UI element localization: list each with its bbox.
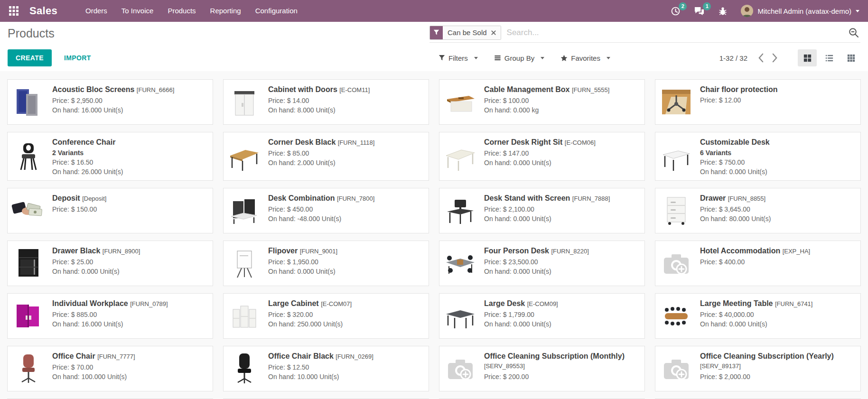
pager-range: 1-32 / 32 [719,54,747,62]
grid-view-button[interactable] [841,49,860,66]
pager-previous-button[interactable] [754,52,768,64]
import-button[interactable]: IMPORT [64,54,91,62]
product-on-hand: On hand: 16.000 Unit(s) [52,105,174,115]
list-view-button[interactable] [820,49,839,66]
app-brand[interactable]: Sales [29,5,57,17]
favorites-dropdown[interactable]: Favorites [560,54,610,62]
product-code: [Deposit] [82,195,106,202]
product-name: Hotel Accommodation [EXP_HA] [700,246,810,256]
product-name: Cable Management Box [FURN_5555] [484,85,609,95]
product-price: Price: $ 12.00 [700,95,778,105]
search-input[interactable] [501,28,847,37]
chevron-down-icon [474,57,478,59]
product-card[interactable]: Office Chair Black [FURN_0269] Price: $ … [223,346,429,391]
product-price: Price: $ 450.00 [268,204,374,214]
product-image [227,299,261,333]
product-price: Price: $ 2,100.00 [484,204,610,214]
apps-menu-icon[interactable] [6,3,22,19]
product-image [11,194,46,228]
product-card[interactable]: Customizable Desk 6 Variants Price: $ 75… [655,132,861,181]
product-kanban: Acoustic Bloc Screens [FURN_6666] Price:… [0,71,868,399]
search-option-dropdowns: Filters Group By Favorites [439,54,610,62]
create-button[interactable]: CREATE [8,49,52,66]
search-facet-can-be-sold: Can be Sold [429,26,501,40]
product-name: Office Cleaning Subscription (Monthly) [… [484,352,641,371]
facet-remove-icon[interactable] [491,30,496,35]
product-card[interactable]: Office Cleaning Subscription (Yearly) [S… [655,346,861,391]
control-panel: Products Can be Sold CREATE IMPORT [0,22,868,71]
product-on-hand: On hand: 250.000 Unit(s) [268,319,352,329]
product-image [11,299,46,333]
product-card[interactable]: Large Desk [E-COM09] Price: $ 1,799.00 O… [439,293,645,339]
product-card[interactable]: Acoustic Bloc Screens [FURN_6666] Price:… [7,79,213,125]
product-price: Price: $ 147.00 [484,148,596,158]
product-price: Price: $ 100.00 [484,96,609,105]
product-image [443,352,477,386]
product-card[interactable]: Desk Stand with Screen [FURN_7888] Price… [439,188,645,233]
product-code: [SERV_89137] [700,362,741,370]
product-name: Drawer Black [FURN_8900] [52,246,140,256]
activities-clock-icon[interactable]: 2 [671,6,681,16]
chevron-down-icon [607,57,610,59]
facet-label: Can be Sold [448,28,487,37]
product-card[interactable]: Desk Combination [FURN_7800] Price: $ 45… [223,188,429,233]
search-options-icon[interactable] [847,27,860,38]
product-name: Four Person Desk [FURN_8220] [484,246,589,256]
menu-to-invoice[interactable]: To Invoice [114,0,161,22]
kanban-view-button[interactable] [798,49,817,66]
product-image [659,299,693,333]
filters-dropdown[interactable]: Filters [439,54,478,62]
product-image [443,299,477,333]
message-count-badge: 1 [703,2,711,10]
messages-chat-icon[interactable]: 1 [694,6,705,16]
product-price: Price: $ 1,799.00 [484,310,558,319]
product-on-hand: On hand: 16.000 Unit(s) [52,319,168,329]
product-card[interactable]: Large Cabinet [E-COM07] Price: $ 320.00 … [223,293,429,339]
product-card[interactable]: Large Meeting Table [FURN_6741] Price: $… [655,293,861,339]
product-card[interactable]: Four Person Desk [FURN_8220] Price: $ 23… [439,241,645,286]
user-menu[interactable]: Mitchell Admin (avatax-demo) [741,5,859,17]
view-switcher [798,49,860,66]
product-card[interactable]: Cabinet with Doors [E-COM11] Price: $ 14… [223,79,429,125]
pager-next-button[interactable] [768,52,782,64]
product-card[interactable]: Deposit [Deposit] Price: $ 150.00 [7,188,213,233]
product-name: Acoustic Bloc Screens [FURN_6666] [52,85,174,95]
product-card[interactable]: Chair floor protection Price: $ 12.00 [655,79,861,125]
product-price: Price: $ 25.00 [52,257,140,267]
product-on-hand: On hand: 0.000 Unit(s) [484,158,596,167]
product-card[interactable]: Individual Workplace [FURN_0789] Price: … [7,293,213,339]
favorites-star-icon [560,55,568,62]
product-on-hand: On hand: 0.000 Unit(s) [700,319,812,329]
product-name: Large Meeting Table [FURN_6741] [700,299,812,309]
menu-configuration[interactable]: Configuration [248,0,305,22]
user-name: Mitchell Admin (avatax-demo) [757,7,851,15]
product-name: Corner Desk Right Sit [E-COM06] [484,138,596,148]
group-by-dropdown[interactable]: Group By [494,54,544,62]
product-price: Price: $ 885.00 [52,310,168,319]
product-card[interactable]: Conference Chair 2 Variants Price: $ 16.… [7,132,213,181]
product-code: [FURN_7800] [337,195,374,202]
product-card[interactable]: Corner Desk Black [FURN_1118] Price: $ 8… [223,132,429,181]
product-card[interactable]: Drawer Black [FURN_8900] Price: $ 25.00 … [7,241,213,286]
menu-products[interactable]: Products [160,0,203,22]
product-code: [E-COM06] [565,139,596,146]
product-name: Office Cleaning Subscription (Yearly) [S… [700,352,857,371]
page-title: Products [8,27,55,40]
product-name: Office Chair Black [FURN_0269] [268,352,373,362]
product-on-hand: On hand: 80.000 Unit(s) [700,214,771,223]
menu-orders[interactable]: Orders [78,0,114,22]
product-card[interactable]: Cable Management Box [FURN_5555] Price: … [439,79,645,125]
product-card[interactable]: Flipover [FURN_9001] Price: $ 1,950.00 O… [223,241,429,286]
product-on-hand: On hand: -48.000 Unit(s) [268,214,374,223]
product-image [227,194,261,228]
product-card[interactable]: Corner Desk Right Sit [E-COM06] Price: $… [439,132,645,181]
product-code: [E-COM07] [321,300,352,307]
filters-funnel-icon [439,55,445,61]
product-card[interactable]: Hotel Accommodation [EXP_HA] Price: $ 40… [655,241,861,286]
product-card[interactable]: Office Cleaning Subscription (Monthly) [… [439,346,645,391]
product-card[interactable]: Drawer [FURN_8855] Price: $ 3,645.00 On … [655,188,861,233]
product-card[interactable]: Office Chair [FURN_7777] Price: $ 70.00 … [7,346,213,391]
product-on-hand: On hand: 8.000 Unit(s) [268,105,370,115]
menu-reporting[interactable]: Reporting [203,0,248,22]
debug-bug-icon[interactable] [718,6,728,16]
